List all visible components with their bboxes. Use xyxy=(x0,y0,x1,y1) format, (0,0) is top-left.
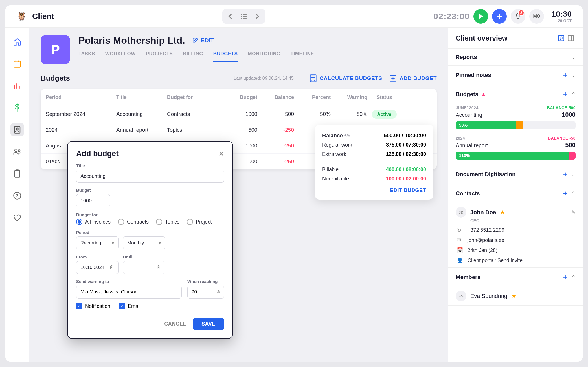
reaching-input[interactable]: 90% xyxy=(187,286,224,299)
radio-topics[interactable]: Topics xyxy=(156,219,179,225)
sidebar-heart-icon[interactable] xyxy=(10,211,24,224)
contact-role: CEO xyxy=(470,218,576,223)
topbar-right: 02:23:00 2 MO 10:30 20 OCT xyxy=(433,9,572,24)
add-doc-icon[interactable]: + xyxy=(563,170,567,179)
sidebar-team-icon[interactable] xyxy=(10,145,24,158)
warning-to-input[interactable]: Mia Musk, Jessica Clarson xyxy=(76,286,182,299)
pinned-notes-section[interactable]: Pinned notes + ⌄ xyxy=(448,66,583,85)
svg-point-10 xyxy=(18,150,20,152)
from-date-input[interactable]: 10.10.2024🗓 xyxy=(76,261,119,274)
tab-workflow[interactable]: WORKFLOW xyxy=(105,51,136,62)
svg-point-19 xyxy=(313,79,313,79)
radio-project[interactable]: Project xyxy=(187,219,212,225)
tab-monitoring[interactable]: MONITORING xyxy=(248,51,280,62)
th-for: Budget for xyxy=(167,94,223,100)
edit-contact-icon[interactable]: ✎ xyxy=(571,209,576,215)
add-note-icon[interactable]: + xyxy=(563,71,567,79)
svg-rect-3 xyxy=(243,16,247,17)
svg-point-9 xyxy=(15,149,17,152)
clock-date: 20 OCT xyxy=(551,19,572,23)
overview-edit-icon[interactable] xyxy=(556,33,566,43)
status-badge: Active xyxy=(372,110,396,119)
members-section[interactable]: Members + ⌃ xyxy=(448,268,583,287)
chevron-up-icon: ⌃ xyxy=(571,91,576,98)
svg-point-20 xyxy=(314,79,315,79)
overview-collapse-icon[interactable] xyxy=(566,33,576,43)
tab-budgets[interactable]: BUDGETS xyxy=(213,51,238,62)
add-budget-button[interactable]: ADD BUDGET xyxy=(389,75,437,82)
chevron-down-icon: ⌄ xyxy=(571,171,576,178)
tab-timeline[interactable]: TIMELINE xyxy=(291,51,314,62)
user-avatar-button[interactable]: MO xyxy=(529,9,544,24)
edit-client-button[interactable]: EDIT xyxy=(192,37,214,44)
doc-digitisation-section[interactable]: Document Digitisation + ⌄ xyxy=(448,165,583,184)
budget-card[interactable]: 2024 BALANCE -50 Annual report 500 110% xyxy=(448,134,583,165)
period-select[interactable]: Recurring▾ xyxy=(76,236,119,249)
calendar-icon: 📅 xyxy=(457,247,464,253)
budget-input[interactable] xyxy=(76,194,110,207)
add-budget-icon[interactable]: + xyxy=(563,90,567,99)
budget-card[interactable]: JUNE' 2024 BALANCE 500 Accounting 1000 5… xyxy=(448,104,583,134)
star-icon: ★ xyxy=(500,209,505,216)
until-date-input[interactable]: 🗓 xyxy=(123,261,165,274)
tab-projects[interactable]: PROJECTS xyxy=(146,51,173,62)
save-button[interactable]: SAVE xyxy=(193,318,224,330)
play-button[interactable] xyxy=(473,9,488,24)
sidebar-dollar-icon[interactable] xyxy=(10,101,24,114)
sidebar-calendar-icon[interactable] xyxy=(10,57,24,70)
reports-section[interactable]: Reports ⌄ xyxy=(448,49,583,65)
sidebar-home-icon[interactable] xyxy=(10,35,24,48)
balance-popover: Balance €/h 500.00 / 10:00:00 Regular wo… xyxy=(315,125,433,200)
budgets-section[interactable]: Budgets▲ + ⌃ xyxy=(448,85,583,104)
email-checkbox[interactable]: ✓Email xyxy=(119,303,141,309)
th-period: Period xyxy=(46,94,116,100)
svg-point-18 xyxy=(311,79,312,79)
sidebar-help-icon[interactable] xyxy=(10,189,24,202)
nav-list-button[interactable] xyxy=(237,10,251,23)
tab-tasks[interactable]: TASKS xyxy=(78,51,95,62)
table-row[interactable]: September 2024 Accounting Contracts 1000… xyxy=(41,106,437,122)
radio-all-invoices[interactable]: All invoices xyxy=(76,219,111,225)
sidebar-stats-icon[interactable] xyxy=(10,79,24,92)
email-icon: ✉ xyxy=(457,237,464,243)
notification-badge: 2 xyxy=(518,10,524,16)
member-item: ES Eva Soundring ★ xyxy=(448,287,583,305)
svg-point-23 xyxy=(314,80,315,80)
contact-item: JD John Doe ★ ✎ CEO ✆+372 5512 2299 ✉joh… xyxy=(448,203,583,267)
app-logo-icon: 🦉 xyxy=(16,11,27,21)
client-name: Polaris Mothership Ltd. xyxy=(78,35,185,46)
cancel-button[interactable]: CANCEL xyxy=(164,321,186,327)
timer-display: 02:23:00 xyxy=(433,12,469,21)
nav-next-button[interactable] xyxy=(251,10,264,23)
add-contact-icon[interactable]: + xyxy=(563,189,567,198)
add-member-icon[interactable]: + xyxy=(563,273,567,282)
add-button[interactable] xyxy=(492,9,507,24)
calculate-budgets-button[interactable]: CALCULATE BUDGETS xyxy=(310,74,382,83)
svg-rect-1 xyxy=(243,14,247,15)
sidebar-contact-icon[interactable] xyxy=(10,123,24,136)
person-icon: 👤 xyxy=(457,257,464,264)
right-panel: Client overview Reports ⌄ Pinned notes +… xyxy=(448,28,583,362)
svg-point-21 xyxy=(311,80,312,80)
member-avatar: ES xyxy=(456,291,466,301)
edit-budget-link[interactable]: EDIT BUDGET xyxy=(322,187,426,193)
frequency-select[interactable]: Monthly▾ xyxy=(123,236,165,249)
title-input[interactable] xyxy=(76,170,224,183)
last-updated: Last updated: 09.08.24, 14:45 xyxy=(234,76,294,81)
notification-checkbox[interactable]: ✓Notification xyxy=(76,303,110,309)
nav-prev-button[interactable] xyxy=(223,10,237,23)
contacts-section[interactable]: Contacts + ⌃ xyxy=(448,184,583,203)
close-icon[interactable]: ✕ xyxy=(218,150,224,158)
tab-billing[interactable]: BILLING xyxy=(183,51,203,62)
svg-point-2 xyxy=(241,16,242,17)
th-budget: Budget xyxy=(223,94,257,100)
budgets-heading: Budgets xyxy=(41,74,70,83)
overview-title: Client overview xyxy=(456,34,556,42)
radio-contracts[interactable]: Contracts xyxy=(118,219,149,225)
chevron-down-icon: ⌄ xyxy=(571,72,576,78)
sidebar-clipboard-icon[interactable] xyxy=(10,167,24,180)
calendar-icon: 🗓 xyxy=(109,265,114,270)
notification-button[interactable]: 2 xyxy=(511,9,525,24)
svg-rect-25 xyxy=(558,35,564,41)
th-status: Status xyxy=(367,94,401,100)
